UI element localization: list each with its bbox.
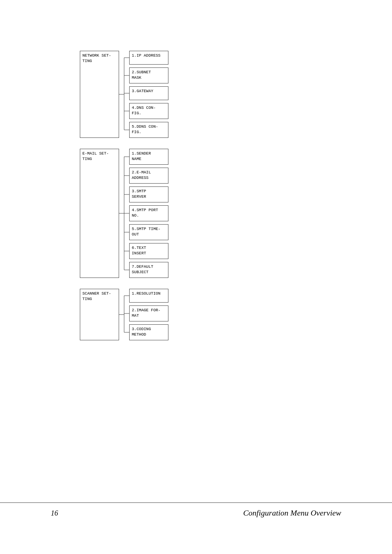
parent-box-network: NETWORK SET-TING	[80, 51, 119, 138]
page-title: Configuration Menu Overview	[243, 508, 341, 518]
child-box-email-5: 6.TEXTINSERT	[129, 243, 168, 259]
diagram: NETWORK SET-TING1.IP ADDRESS2.SUBNETMASK…	[80, 51, 261, 351]
page-number: 16	[51, 509, 58, 517]
parent-box-scanner: SCANNER SET-TING	[80, 289, 119, 340]
child-box-network-0: 1.IP ADDRESS	[129, 51, 168, 65]
child-box-scanner-2: 3.CODINGMETHOD	[129, 324, 168, 340]
child-box-scanner-1: 2.IMAGE FOR-MAT	[129, 305, 168, 321]
child-box-scanner-0: 1.RESOLUTION	[129, 289, 168, 303]
child-box-email-1: 2.E-MAILADDRESS	[129, 168, 168, 184]
child-box-email-2: 3.SMTPSERVER	[129, 186, 168, 202]
child-box-network-2: 3.GATEWAY	[129, 86, 168, 100]
page-footer: 16 Configuration Menu Overview	[0, 502, 392, 518]
child-box-network-4: 5.DDNS CON-FIG.	[129, 122, 168, 138]
child-box-network-1: 2.SUBNETMASK	[129, 67, 168, 83]
child-box-email-3: 4.SMTP PORTNO.	[129, 205, 168, 221]
page-content: NETWORK SET-TING1.IP ADDRESS2.SUBNETMASK…	[80, 51, 319, 351]
parent-box-email: E-MAIL SET-TING	[80, 149, 119, 278]
child-box-network-3: 4.DNS CON-FIG.	[129, 103, 168, 119]
child-box-email-6: 7.DEFAULTSUBJECT	[129, 262, 168, 278]
child-box-email-0: 1.SENDERNAME	[129, 149, 168, 165]
child-box-email-4: 5.SMTP TIME-OUT	[129, 224, 168, 240]
